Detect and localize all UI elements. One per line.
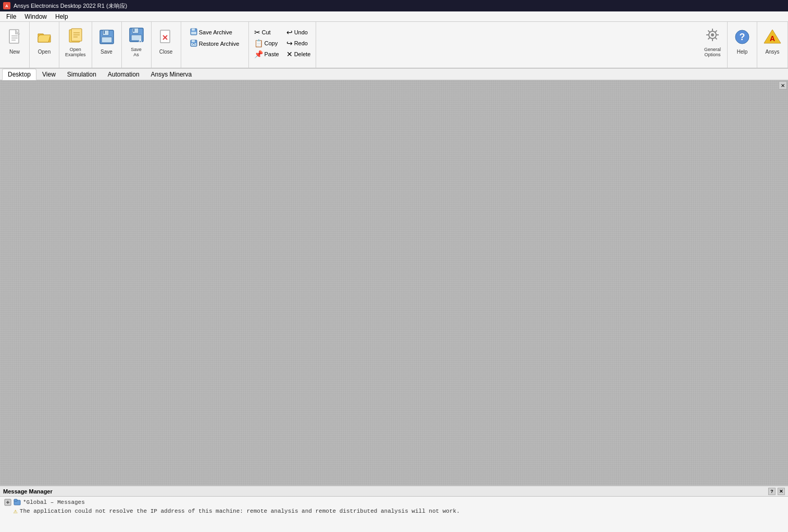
new-icon <box>6 29 23 48</box>
ribbon-section-close: Close <box>152 22 181 68</box>
save-as-icon: A <box>128 27 145 46</box>
close-document-button[interactable]: Close <box>155 24 178 59</box>
undo-button[interactable]: ↩ Undo <box>284 27 313 37</box>
open-button[interactable]: Open <box>33 24 56 59</box>
restore-archive-icon <box>190 40 197 48</box>
save-archive-button[interactable]: Save Archive <box>188 27 242 37</box>
tab-view[interactable]: View <box>36 69 61 80</box>
delete-label: Delete <box>294 51 311 57</box>
general-options-button[interactable]: GeneralOptions <box>701 24 724 59</box>
open-icon <box>36 29 53 48</box>
message-group-label: *Global – Messages <box>23 499 85 505</box>
message-manager-close[interactable]: ✕ <box>778 488 785 495</box>
svg-rect-24 <box>191 32 196 34</box>
svg-text:A: A <box>770 34 775 43</box>
save-archive-icon <box>190 28 197 37</box>
cut-button[interactable]: ✂ Cut <box>252 27 281 37</box>
save-as-label: SaveAs <box>131 47 142 57</box>
cut-label: Cut <box>262 29 271 35</box>
app-icon: A <box>3 2 10 9</box>
save-label: Save <box>101 49 112 55</box>
svg-line-34 <box>708 30 710 32</box>
ribbon-section-save: Save <box>92 22 122 68</box>
warning-text: The application could not resolve the IP… <box>20 508 460 514</box>
open-label: Open <box>38 49 51 55</box>
undo-label: Undo <box>294 29 308 35</box>
ribbon-section-ansys: A Ansys <box>757 22 788 68</box>
help-button[interactable]: ? Help <box>731 24 754 59</box>
open-examples-label: OpenExamples <box>65 47 86 57</box>
svg-rect-47 <box>14 499 17 501</box>
svg-rect-13 <box>104 31 105 34</box>
message-manager-title: Message Manager <box>3 488 53 495</box>
workspace: ✕ <box>0 80 788 485</box>
redo-label: Redo <box>294 40 308 46</box>
main-area: ✕ Message Manager ? ✕ <box>0 80 788 532</box>
svg-line-36 <box>715 30 717 32</box>
app-container: A Ansys Electronics Desktop 2022 R1 (未响应… <box>0 0 788 532</box>
menu-window[interactable]: Window <box>20 12 51 21</box>
save-as-button[interactable]: A SaveAs <box>125 24 148 59</box>
copy-button[interactable]: 📋 Copy <box>252 38 281 48</box>
general-options-icon <box>704 27 721 46</box>
open-examples-button[interactable]: OpenExamples <box>62 24 89 59</box>
ribbon-section-archive: Save Archive Restore Archive <box>181 22 249 68</box>
save-archive-label: Save Archive <box>199 29 232 35</box>
svg-rect-26 <box>192 40 195 42</box>
tab-automation[interactable]: Automation <box>102 69 145 80</box>
paste-label: Paste <box>265 51 279 57</box>
svg-rect-23 <box>192 29 195 31</box>
svg-point-29 <box>711 33 714 36</box>
svg-text:?: ? <box>740 32 745 42</box>
svg-rect-12 <box>102 37 112 43</box>
ribbon-section-edit: ✂ Cut 📋 Copy 📌 Paste ↩ Undo ↪ <box>249 22 317 68</box>
copy-label: Copy <box>265 40 278 46</box>
svg-rect-17 <box>133 29 134 32</box>
help-icon: ? <box>734 29 751 48</box>
title-bar: A Ansys Electronics Desktop 2022 R1 (未响应… <box>0 0 788 11</box>
new-button[interactable]: New <box>3 24 26 59</box>
ansys-label: Ansys <box>765 49 779 55</box>
ribbon-section-open: Open <box>30 22 59 68</box>
group-icon <box>14 499 21 506</box>
general-options-label: GeneralOptions <box>704 47 721 57</box>
tab-ansys-minerva[interactable]: Ansys Minerva <box>145 69 198 80</box>
ribbon-spacer <box>316 22 698 68</box>
paste-button[interactable]: 📌 Paste <box>252 49 281 59</box>
ribbon-section-help: ? Help <box>728 22 757 68</box>
new-label: New <box>9 49 20 55</box>
paste-icon: 📌 <box>254 50 263 58</box>
svg-rect-27 <box>191 43 196 46</box>
message-group: *Global – Messages <box>4 499 784 506</box>
tab-desktop[interactable]: Desktop <box>2 69 36 80</box>
menu-bar: File Window Help <box>0 11 788 22</box>
workspace-close-button[interactable]: ✕ <box>779 81 787 90</box>
ribbon-section-general-options: GeneralOptions <box>698 22 728 68</box>
restore-archive-button[interactable]: Restore Archive <box>188 39 242 49</box>
close-document-icon <box>158 29 174 48</box>
restore-archive-label: Restore Archive <box>199 41 240 47</box>
message-manager: Message Manager ? ✕ <box>0 485 788 532</box>
ribbon-section-open-examples: OpenExamples <box>59 22 92 68</box>
ribbon: New Open <box>0 22 788 69</box>
group-expand-icon[interactable] <box>4 499 11 506</box>
message-manager-minimize[interactable]: ? <box>768 488 776 495</box>
redo-button[interactable]: ↪ Redo <box>284 38 313 48</box>
ansys-button[interactable]: A Ansys <box>760 24 784 59</box>
save-icon <box>98 29 115 48</box>
ribbon-section-save-as: A SaveAs <box>122 22 152 68</box>
delete-button[interactable]: ✕ Delete <box>284 49 313 59</box>
delete-icon: ✕ <box>286 50 293 58</box>
redo-icon: ↪ <box>286 39 293 47</box>
menu-help[interactable]: Help <box>51 12 72 21</box>
svg-text:A: A <box>139 38 142 43</box>
svg-line-35 <box>715 37 717 40</box>
copy-icon: 📋 <box>254 39 263 47</box>
menu-file[interactable]: File <box>2 12 20 21</box>
tab-simulation[interactable]: Simulation <box>61 69 102 80</box>
window-title: Ansys Electronics Desktop 2022 R1 (未响应) <box>14 2 127 10</box>
svg-line-37 <box>708 37 710 40</box>
svg-rect-11 <box>103 30 109 35</box>
save-button[interactable]: Save <box>95 24 118 59</box>
close-label: Close <box>159 49 173 55</box>
